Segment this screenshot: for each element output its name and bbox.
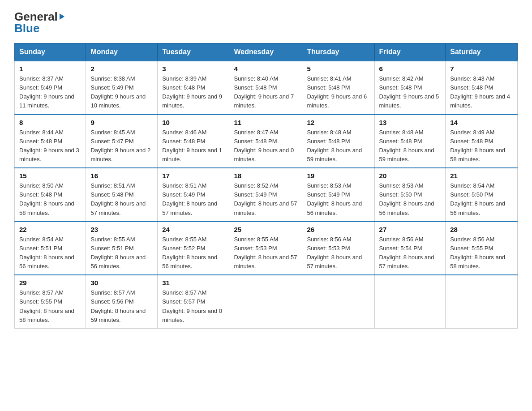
day-info: Sunrise: 8:56 AMSunset: 5:54 PMDaylight:… bbox=[379, 235, 441, 271]
col-header-saturday: Saturday bbox=[446, 43, 518, 61]
day-info: Sunrise: 8:49 AMSunset: 5:48 PMDaylight:… bbox=[450, 128, 513, 164]
day-number: 19 bbox=[307, 172, 369, 180]
calendar-cell: 27 Sunrise: 8:56 AMSunset: 5:54 PMDaylig… bbox=[374, 222, 446, 275]
day-number: 22 bbox=[19, 226, 81, 233]
col-header-monday: Monday bbox=[86, 43, 158, 61]
calendar-cell: 13 Sunrise: 8:48 AMSunset: 5:48 PMDaylig… bbox=[374, 115, 446, 168]
calendar-cell bbox=[302, 275, 374, 328]
calendar-cell: 28 Sunrise: 8:56 AMSunset: 5:55 PMDaylig… bbox=[446, 222, 518, 275]
day-number: 9 bbox=[90, 119, 153, 126]
logo-blue: Blue bbox=[14, 22, 64, 34]
col-header-sunday: Sunday bbox=[15, 43, 86, 61]
day-info: Sunrise: 8:54 AMSunset: 5:51 PMDaylight:… bbox=[19, 235, 81, 271]
day-info: Sunrise: 8:47 AMSunset: 5:48 PMDaylight:… bbox=[234, 128, 297, 164]
day-info: Sunrise: 8:37 AMSunset: 5:49 PMDaylight:… bbox=[19, 74, 81, 111]
day-info: Sunrise: 8:44 AMSunset: 5:48 PMDaylight:… bbox=[19, 128, 81, 164]
day-info: Sunrise: 8:48 AMSunset: 5:48 PMDaylight:… bbox=[307, 128, 369, 164]
calendar-cell: 19 Sunrise: 8:53 AMSunset: 5:49 PMDaylig… bbox=[302, 168, 374, 222]
day-info: Sunrise: 8:55 AMSunset: 5:52 PMDaylight:… bbox=[162, 235, 224, 271]
calendar-cell: 9 Sunrise: 8:45 AMSunset: 5:47 PMDayligh… bbox=[86, 115, 158, 168]
calendar-cell: 31 Sunrise: 8:57 AMSunset: 5:57 PMDaylig… bbox=[158, 275, 229, 328]
col-header-wednesday: Wednesday bbox=[229, 43, 302, 61]
calendar-cell: 17 Sunrise: 8:51 AMSunset: 5:49 PMDaylig… bbox=[158, 168, 229, 222]
logo-general: General bbox=[14, 11, 64, 22]
calendar-week-row: 8 Sunrise: 8:44 AMSunset: 5:48 PMDayligh… bbox=[15, 115, 518, 168]
calendar-header-row: SundayMondayTuesdayWednesdayThursdayFrid… bbox=[15, 43, 518, 61]
day-info: Sunrise: 8:57 AMSunset: 5:56 PMDaylight:… bbox=[90, 288, 153, 325]
day-info: Sunrise: 8:52 AMSunset: 5:49 PMDaylight:… bbox=[234, 181, 297, 218]
day-number: 31 bbox=[162, 279, 224, 287]
calendar-cell: 11 Sunrise: 8:47 AMSunset: 5:48 PMDaylig… bbox=[229, 115, 302, 168]
calendar-cell: 14 Sunrise: 8:49 AMSunset: 5:48 PMDaylig… bbox=[446, 115, 518, 168]
day-number: 11 bbox=[234, 119, 297, 126]
day-number: 13 bbox=[379, 119, 441, 126]
calendar-cell: 3 Sunrise: 8:39 AMSunset: 5:48 PMDayligh… bbox=[158, 61, 229, 115]
calendar-cell: 29 Sunrise: 8:57 AMSunset: 5:55 PMDaylig… bbox=[15, 275, 86, 328]
calendar-cell: 4 Sunrise: 8:40 AMSunset: 5:48 PMDayligh… bbox=[229, 61, 302, 115]
col-header-thursday: Thursday bbox=[302, 43, 374, 61]
day-number: 8 bbox=[19, 119, 81, 126]
calendar-cell: 25 Sunrise: 8:55 AMSunset: 5:53 PMDaylig… bbox=[229, 222, 302, 275]
day-info: Sunrise: 8:45 AMSunset: 5:47 PMDaylight:… bbox=[90, 128, 153, 164]
calendar-table: SundayMondayTuesdayWednesdayThursdayFrid… bbox=[14, 43, 518, 329]
col-header-tuesday: Tuesday bbox=[158, 43, 229, 61]
day-info: Sunrise: 8:46 AMSunset: 5:48 PMDaylight:… bbox=[162, 128, 224, 164]
day-number: 12 bbox=[307, 119, 369, 126]
day-info: Sunrise: 8:42 AMSunset: 5:48 PMDaylight:… bbox=[379, 74, 441, 111]
day-info: Sunrise: 8:56 AMSunset: 5:53 PMDaylight:… bbox=[307, 235, 369, 271]
calendar-cell: 2 Sunrise: 8:38 AMSunset: 5:49 PMDayligh… bbox=[86, 61, 158, 115]
day-info: Sunrise: 8:50 AMSunset: 5:48 PMDaylight:… bbox=[19, 181, 81, 218]
day-number: 10 bbox=[162, 119, 224, 126]
day-info: Sunrise: 8:51 AMSunset: 5:49 PMDaylight:… bbox=[162, 181, 224, 218]
calendar-cell: 5 Sunrise: 8:41 AMSunset: 5:48 PMDayligh… bbox=[302, 61, 374, 115]
calendar-cell: 8 Sunrise: 8:44 AMSunset: 5:48 PMDayligh… bbox=[15, 115, 86, 168]
day-number: 24 bbox=[162, 226, 224, 233]
calendar-cell bbox=[446, 275, 518, 328]
day-number: 2 bbox=[90, 65, 153, 73]
day-number: 1 bbox=[19, 65, 81, 73]
day-number: 25 bbox=[234, 226, 297, 233]
day-number: 26 bbox=[307, 226, 369, 233]
col-header-friday: Friday bbox=[374, 43, 446, 61]
day-info: Sunrise: 8:57 AMSunset: 5:57 PMDaylight:… bbox=[162, 288, 224, 325]
day-number: 14 bbox=[450, 119, 513, 126]
calendar-cell bbox=[229, 275, 302, 328]
day-number: 18 bbox=[234, 172, 297, 180]
day-info: Sunrise: 8:39 AMSunset: 5:48 PMDaylight:… bbox=[162, 74, 224, 111]
day-info: Sunrise: 8:38 AMSunset: 5:49 PMDaylight:… bbox=[90, 74, 153, 111]
day-number: 4 bbox=[234, 65, 297, 73]
calendar-week-row: 15 Sunrise: 8:50 AMSunset: 5:48 PMDaylig… bbox=[15, 168, 518, 222]
day-info: Sunrise: 8:54 AMSunset: 5:50 PMDaylight:… bbox=[450, 181, 513, 218]
calendar-cell: 12 Sunrise: 8:48 AMSunset: 5:48 PMDaylig… bbox=[302, 115, 374, 168]
calendar-cell: 22 Sunrise: 8:54 AMSunset: 5:51 PMDaylig… bbox=[15, 222, 86, 275]
day-info: Sunrise: 8:41 AMSunset: 5:48 PMDaylight:… bbox=[307, 74, 369, 111]
day-number: 15 bbox=[19, 172, 81, 180]
day-number: 7 bbox=[450, 65, 513, 73]
day-number: 23 bbox=[90, 226, 153, 233]
day-number: 21 bbox=[450, 172, 513, 180]
day-number: 20 bbox=[379, 172, 441, 180]
day-number: 3 bbox=[162, 65, 224, 73]
calendar-cell: 6 Sunrise: 8:42 AMSunset: 5:48 PMDayligh… bbox=[374, 61, 446, 115]
calendar-cell: 15 Sunrise: 8:50 AMSunset: 5:48 PMDaylig… bbox=[15, 168, 86, 222]
calendar-cell: 20 Sunrise: 8:53 AMSunset: 5:50 PMDaylig… bbox=[374, 168, 446, 222]
day-number: 28 bbox=[450, 226, 513, 233]
day-number: 6 bbox=[379, 65, 441, 73]
calendar-cell: 26 Sunrise: 8:56 AMSunset: 5:53 PMDaylig… bbox=[302, 222, 374, 275]
calendar-cell: 16 Sunrise: 8:51 AMSunset: 5:48 PMDaylig… bbox=[86, 168, 158, 222]
page-header: General Blue bbox=[14, 11, 518, 34]
day-number: 16 bbox=[90, 172, 153, 180]
day-info: Sunrise: 8:53 AMSunset: 5:49 PMDaylight:… bbox=[307, 181, 369, 218]
calendar-cell: 18 Sunrise: 8:52 AMSunset: 5:49 PMDaylig… bbox=[229, 168, 302, 222]
calendar-cell: 1 Sunrise: 8:37 AMSunset: 5:49 PMDayligh… bbox=[15, 61, 86, 115]
calendar-cell: 30 Sunrise: 8:57 AMSunset: 5:56 PMDaylig… bbox=[86, 275, 158, 328]
calendar-cell: 10 Sunrise: 8:46 AMSunset: 5:48 PMDaylig… bbox=[158, 115, 229, 168]
day-info: Sunrise: 8:53 AMSunset: 5:50 PMDaylight:… bbox=[379, 181, 441, 218]
day-number: 17 bbox=[162, 172, 224, 180]
day-info: Sunrise: 8:40 AMSunset: 5:48 PMDaylight:… bbox=[234, 74, 297, 111]
day-number: 30 bbox=[90, 279, 153, 287]
day-info: Sunrise: 8:56 AMSunset: 5:55 PMDaylight:… bbox=[450, 235, 513, 271]
day-number: 27 bbox=[379, 226, 441, 233]
day-info: Sunrise: 8:43 AMSunset: 5:48 PMDaylight:… bbox=[450, 74, 513, 111]
day-number: 29 bbox=[19, 279, 81, 287]
